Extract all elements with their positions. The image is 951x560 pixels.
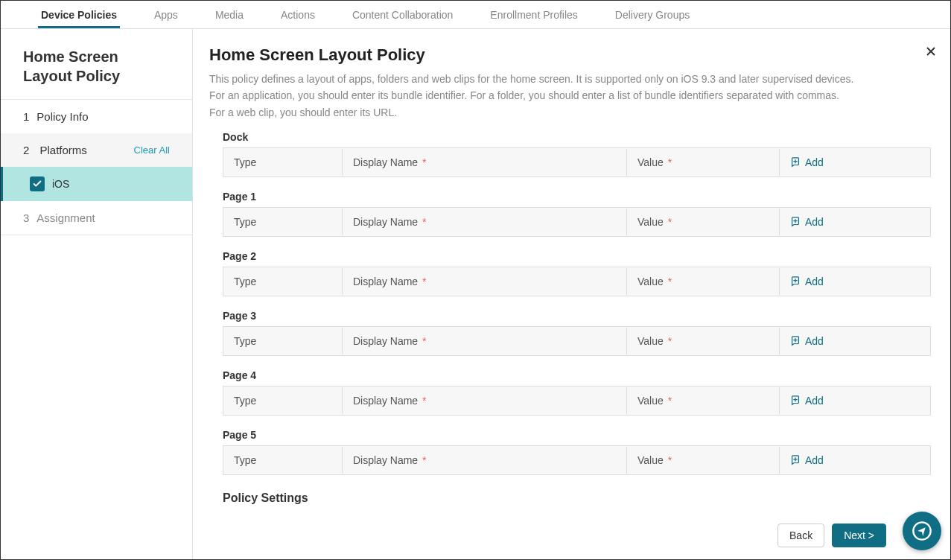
footer-buttons: Back Next > [777, 524, 886, 547]
col-type: Type [223, 447, 343, 474]
step-assignment[interactable]: 3 Assignment [1, 201, 192, 235]
section-label: Page 3 [223, 310, 931, 322]
tab-enrollment-profiles[interactable]: Enrollment Profiles [487, 1, 581, 28]
next-button[interactable]: Next > [832, 524, 886, 547]
check-icon [32, 179, 42, 189]
step-policy-info[interactable]: 1 Policy Info [1, 100, 192, 133]
add-icon [790, 336, 801, 346]
top-tabs: Device Policies Apps Media Actions Conte… [1, 1, 950, 29]
col-type: Type [223, 149, 343, 176]
col-value: Value * [627, 268, 780, 295]
add-icon [790, 395, 801, 406]
add-icon [790, 455, 801, 465]
location-arrow-icon [912, 521, 932, 541]
step-num-2: 2 [23, 144, 29, 156]
table-header-row: TypeDisplay Name *Value *Add [223, 207, 931, 237]
sidebar: Home Screen Layout Policy 1 Policy Info … [1, 29, 193, 559]
col-type: Type [223, 328, 343, 354]
col-value: Value * [627, 447, 780, 474]
tab-apps[interactable]: Apps [151, 1, 181, 28]
col-display-name: Display Name * [343, 387, 627, 414]
col-display-name: Display Name * [343, 149, 627, 176]
platform-ios-label: iOS [52, 178, 69, 190]
add-button[interactable]: Add [780, 328, 930, 354]
policy-settings-heading: Policy Settings [223, 491, 931, 505]
tab-delivery-groups[interactable]: Delivery Groups [612, 1, 693, 28]
checkbox-ios[interactable] [30, 176, 45, 191]
section-page-5: Page 5TypeDisplay Name *Value *Add [223, 429, 931, 475]
table-header-row: TypeDisplay Name *Value *Add [223, 326, 931, 356]
step-num-1: 1 [23, 110, 29, 123]
col-display-name: Display Name * [343, 447, 627, 474]
section-label: Page 4 [223, 369, 931, 381]
fab-navigate[interactable] [903, 512, 941, 550]
section-dock: DockTypeDisplay Name *Value *Add [223, 131, 931, 177]
col-type: Type [223, 209, 343, 235]
main-layout: Home Screen Layout Policy 1 Policy Info … [1, 29, 950, 559]
add-icon [790, 157, 801, 168]
close-button[interactable] [926, 45, 935, 59]
section-page-3: Page 3TypeDisplay Name *Value *Add [223, 310, 931, 356]
add-icon [790, 276, 801, 287]
section-page-1: Page 1TypeDisplay Name *Value *Add [223, 191, 931, 237]
add-button[interactable]: Add [780, 149, 930, 176]
platform-ios[interactable]: iOS [1, 167, 192, 201]
tab-device-policies[interactable]: Device Policies [38, 1, 120, 28]
clear-all-link[interactable]: Clear All [134, 144, 170, 156]
desc-line-1: This policy defines a layout of apps, fo… [209, 71, 931, 87]
add-button[interactable]: Add [780, 268, 930, 295]
desc-line-3: For a web clip, you should enter its URL… [209, 104, 931, 121]
add-button[interactable]: Add [780, 447, 930, 474]
table-header-row: TypeDisplay Name *Value *Add [223, 386, 931, 416]
table-header-row: TypeDisplay Name *Value *Add [223, 147, 931, 177]
tab-media[interactable]: Media [212, 1, 247, 28]
table-header-row: TypeDisplay Name *Value *Add [223, 267, 931, 296]
add-button[interactable]: Add [780, 209, 930, 235]
add-button[interactable]: Add [780, 387, 930, 414]
step-platforms[interactable]: 2 Platforms Clear All [1, 133, 192, 167]
step-num-3: 3 [23, 211, 29, 224]
add-icon [790, 217, 801, 227]
col-value: Value * [627, 209, 780, 235]
section-label: Page 5 [223, 429, 931, 441]
tab-actions[interactable]: Actions [278, 1, 318, 28]
content-title: Home Screen Layout Policy [209, 45, 931, 65]
step-label-assignment: Assignment [36, 211, 95, 224]
sidebar-title: Home Screen Layout Policy [1, 29, 192, 100]
content-description: This policy defines a layout of apps, fo… [209, 71, 931, 121]
table-header-row: TypeDisplay Name *Value *Add [223, 445, 931, 475]
section-label: Page 1 [223, 191, 931, 203]
col-display-name: Display Name * [343, 328, 627, 354]
col-value: Value * [627, 328, 780, 354]
section-page-2: Page 2TypeDisplay Name *Value *Add [223, 250, 931, 296]
col-display-name: Display Name * [343, 268, 627, 295]
col-display-name: Display Name * [343, 209, 627, 235]
col-value: Value * [627, 387, 780, 414]
section-label: Page 2 [223, 250, 931, 262]
col-type: Type [223, 268, 343, 295]
col-value: Value * [627, 149, 780, 176]
close-icon [926, 47, 935, 56]
section-label: Dock [223, 131, 931, 143]
step-label-policy-info: Policy Info [36, 110, 88, 123]
col-type: Type [223, 387, 343, 414]
back-button[interactable]: Back [777, 524, 824, 547]
desc-line-2: For an application, you should enter its… [209, 87, 931, 104]
tab-content-collaboration[interactable]: Content Collaboration [349, 1, 456, 28]
section-page-4: Page 4TypeDisplay Name *Value *Add [223, 369, 931, 416]
content-panel: Home Screen Layout Policy This policy de… [193, 29, 950, 559]
step-label-platforms: Platforms [40, 144, 87, 156]
